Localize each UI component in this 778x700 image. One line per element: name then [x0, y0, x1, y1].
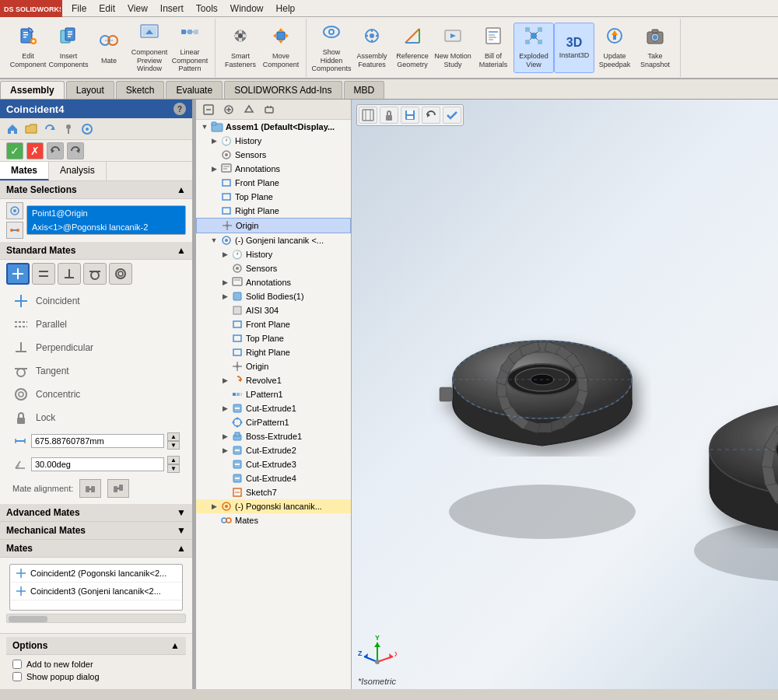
- tree-item-cirpattern1[interactable]: ▶ CirPattern1: [196, 415, 351, 429]
- tree-item-front-plane[interactable]: ▶ Front Plane: [196, 176, 351, 190]
- vp-view-button[interactable]: [359, 107, 377, 124]
- reference-geometry-button[interactable]: Reference Geometry: [392, 23, 433, 73]
- tree-item-cut-extrude4[interactable]: ▶ Cut-Extrude4: [196, 471, 351, 485]
- parallel-mate-type[interactable]: Parallel: [6, 313, 186, 336]
- tab-sketch[interactable]: Sketch: [116, 81, 165, 99]
- tree-item-mates[interactable]: ▶ Mates: [196, 513, 351, 527]
- tree-root[interactable]: ▼ Assem1 (Default<Display...: [196, 120, 351, 134]
- component-preview-button[interactable]: Component Preview Window: [129, 23, 170, 73]
- motion-study-button[interactable]: New Motion Study: [433, 23, 473, 73]
- 3d-viewport[interactable]: X Y Z *Isometric: [352, 100, 778, 689]
- tree-item-annotations-1[interactable]: ▶ Annotations: [196, 162, 351, 176]
- show-hidden-button[interactable]: Show Hidden Components: [311, 23, 352, 73]
- mate-list-item-1[interactable]: Coincident2 (Pogonski lancanik<2...: [10, 565, 182, 583]
- alignment-button-1[interactable]: [79, 479, 101, 498]
- tree-item-solid-bodies[interactable]: ▶ Solid Bodies(1): [196, 289, 351, 303]
- mate-selections-header[interactable]: Mate Selections ▲: [0, 181, 192, 199]
- advanced-mates-header[interactable]: Advanced Mates ▼: [0, 504, 192, 522]
- menu-window[interactable]: Window: [224, 2, 270, 16]
- concentric-type-button[interactable]: [109, 263, 132, 285]
- menu-insert[interactable]: Insert: [154, 2, 190, 16]
- tree-item-top-plane-2[interactable]: ▶ Top Plane: [196, 331, 351, 345]
- tree-item-origin-2[interactable]: ▶ Origin: [196, 359, 351, 373]
- tree-icon-3[interactable]: [240, 101, 258, 118]
- tab-analysis[interactable]: Analysis: [49, 162, 107, 180]
- mate-list-item-2[interactable]: Coincident3 (Gonjeni lancanik<2...: [10, 583, 182, 600]
- tree-item-top-plane-1[interactable]: ▶ Top Plane: [196, 190, 351, 204]
- confirm-redo-button[interactable]: [67, 142, 84, 159]
- menu-tools[interactable]: Tools: [190, 2, 224, 16]
- sel-icon-2[interactable]: [6, 222, 23, 239]
- confirm-undo-button[interactable]: [47, 142, 64, 159]
- tab-layout[interactable]: Layout: [66, 81, 114, 99]
- linear-pattern-button[interactable]: Linear Component Pattern: [170, 23, 210, 73]
- coincident-mate-type[interactable]: Coincident: [6, 289, 186, 313]
- menu-help[interactable]: Help: [270, 2, 302, 16]
- tab-mbd[interactable]: MBD: [344, 81, 385, 99]
- mates-list-hscroll-thumb[interactable]: [9, 616, 47, 622]
- tangent-type-button[interactable]: [83, 263, 107, 285]
- angle-down-button[interactable]: ▼: [167, 464, 180, 473]
- panel-icon-filter[interactable]: [78, 121, 96, 138]
- tree-icon-2[interactable]: [219, 101, 238, 118]
- vp-lock-button[interactable]: [380, 107, 398, 124]
- edit-component-button[interactable]: Edit Component: [8, 23, 48, 73]
- tree-item-annotations-2[interactable]: ▶ Annotations: [196, 275, 351, 289]
- tree-item-right-plane-2[interactable]: ▶ Right Plane: [196, 345, 351, 359]
- distance-up-button[interactable]: ▲: [167, 432, 180, 441]
- tree-item-right-plane-1[interactable]: ▶ Right Plane: [196, 204, 351, 218]
- mates-list-header[interactable]: Mates ▲: [0, 540, 192, 558]
- selection-item-1[interactable]: Point1@Origin: [27, 206, 185, 220]
- instant3d-button[interactable]: 3D Instant3D: [554, 23, 594, 73]
- tab-assembly[interactable]: Assembly: [0, 81, 65, 99]
- option-popup-dialog-checkbox[interactable]: [12, 672, 22, 681]
- perpendicular-type-button[interactable]: [58, 263, 81, 285]
- confirm-cancel-button[interactable]: ✗: [26, 142, 44, 159]
- panel-scrollable-content[interactable]: Mate Selections ▲: [0, 181, 192, 633]
- tab-addins[interactable]: SOLIDWORKS Add-Ins: [224, 81, 342, 99]
- tree-item-sensors-2[interactable]: ▶ Sensors: [196, 261, 351, 275]
- take-snapshot-button[interactable]: Take Snapshot: [635, 23, 675, 73]
- tree-item-gonjeni[interactable]: ▼ (-) Gonjeni lancanik <...: [196, 233, 351, 247]
- alignment-button-2[interactable]: [107, 479, 129, 498]
- panel-icon-refresh[interactable]: [40, 121, 59, 138]
- tree-item-cut-extrude2[interactable]: ▶ Cut-Extrude2: [196, 443, 351, 457]
- tree-item-history-1[interactable]: ▶ 🕐 History: [196, 134, 351, 148]
- panel-help-button[interactable]: ?: [173, 103, 186, 115]
- tree-item-boss-extrude1[interactable]: ▶ Boss-Extrude1: [196, 429, 351, 443]
- tab-evaluate[interactable]: Evaluate: [166, 81, 223, 99]
- tree-item-origin-1[interactable]: ▶ Origin: [196, 218, 351, 233]
- mates-list-hscrollbar[interactable]: [6, 614, 186, 623]
- panel-icon-pin[interactable]: [59, 121, 78, 138]
- menu-file[interactable]: File: [65, 2, 93, 16]
- assembly-features-button[interactable]: Assembly Features: [352, 23, 392, 73]
- smart-fasteners-button[interactable]: Smart Fasteners: [220, 23, 261, 73]
- tree-item-pogonski[interactable]: ▶ (-) Pogonski lancanik...: [196, 499, 351, 513]
- vp-confirm-button[interactable]: [443, 107, 461, 124]
- distance-input[interactable]: 675.88760787mm: [31, 434, 164, 448]
- tab-mates[interactable]: Mates: [0, 162, 49, 180]
- menu-edit[interactable]: Edit: [93, 2, 121, 16]
- mate-button[interactable]: Mate: [89, 23, 129, 73]
- tangent-mate-type[interactable]: Tangent: [6, 359, 186, 383]
- coincident-button[interactable]: [6, 263, 30, 285]
- update-speedpak-button[interactable]: Update Speedpak: [594, 23, 635, 73]
- tree-item-sketch7[interactable]: ▶ Sketch7: [196, 485, 351, 499]
- mechanical-mates-header[interactable]: Mechanical Mates ▼: [0, 522, 192, 540]
- mates-list-box[interactable]: Coincident2 (Pogonski lancanik<2... Coin…: [9, 564, 183, 611]
- angle-input[interactable]: [31, 457, 164, 471]
- exploded-view-button[interactable]: Exploded View: [513, 23, 554, 73]
- lock-mate-type[interactable]: Lock: [6, 406, 186, 429]
- bill-of-materials-button[interactable]: Bill of Materials: [473, 23, 513, 73]
- move-component-button[interactable]: Move Component: [261, 23, 301, 73]
- tree-item-lpattern1[interactable]: ▶ LPattern1: [196, 387, 351, 401]
- menu-view[interactable]: View: [121, 2, 154, 16]
- confirm-ok-button[interactable]: ✓: [6, 142, 23, 159]
- sel-icon-1[interactable]: [6, 202, 23, 219]
- selection-item-2[interactable]: Axis<1>@Pogonski lancanik-2: [27, 220, 185, 234]
- perpendicular-mate-type[interactable]: Perpendicular: [6, 336, 186, 359]
- insert-components-button[interactable]: Insert Components: [48, 23, 89, 73]
- angle-up-button[interactable]: ▲: [167, 456, 180, 464]
- distance-down-button[interactable]: ▼: [167, 441, 180, 450]
- panel-icon-home[interactable]: [3, 121, 22, 138]
